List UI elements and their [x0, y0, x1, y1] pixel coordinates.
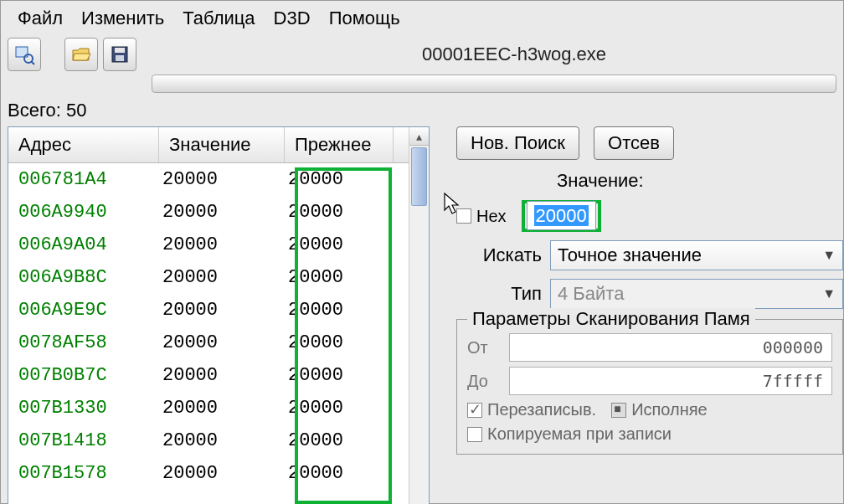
type-label: Тип [456, 283, 550, 305]
highlight-value: 20000 [522, 200, 601, 232]
cell-value: 20000 [159, 463, 285, 484]
col-previous[interactable]: Прежнее [285, 127, 394, 162]
cell-previous: 20000 [285, 430, 394, 451]
to-label: До [467, 372, 509, 391]
table-row[interactable]: 007B14182000020000 [8, 424, 429, 457]
cell-value: 20000 [159, 332, 285, 353]
cell-previous: 20000 [285, 202, 394, 223]
exec-label: Исполняе [631, 400, 708, 419]
svg-rect-5 [116, 55, 124, 61]
value-input[interactable]: 20000 [527, 201, 596, 230]
hex-checkbox[interactable] [456, 208, 471, 224]
table-row[interactable]: 007B13302000020000 [8, 392, 429, 424]
process-title: 00001EEC-h3wog.exe [192, 44, 836, 65]
cell-value: 20000 [159, 365, 285, 386]
col-value[interactable]: Значение [159, 127, 285, 162]
copy-on-write-label: Копируемая при записи [487, 424, 672, 444]
total-count: Всего: 50 [1, 98, 843, 126]
table-row[interactable]: 007B0B7C2000020000 [8, 359, 429, 392]
table-row[interactable]: 006A9A042000020000 [8, 229, 429, 261]
menu-edit[interactable]: Изменить [81, 8, 164, 29]
cell-previous: 20000 [285, 332, 394, 353]
col-address[interactable]: Адрес [8, 127, 159, 162]
cell-address: 006A9940 [8, 202, 159, 223]
copy-on-write-checkbox[interactable] [467, 427, 482, 442]
hex-label: Hex [476, 207, 507, 226]
overwrite-checkbox[interactable] [467, 403, 482, 418]
cell-address: 007B0B7C [8, 365, 159, 386]
search-mode-label: Искать [456, 244, 550, 266]
scroll-thumb[interactable] [411, 147, 427, 206]
from-label: От [467, 338, 509, 357]
table-row[interactable]: 006A99402000020000 [8, 196, 429, 229]
cell-address: 006A9B8C [8, 267, 159, 288]
table-row[interactable]: 006A9B8C2000020000 [8, 261, 429, 294]
cell-address: 0078AF58 [8, 332, 159, 353]
menu-d3d[interactable]: D3D [274, 8, 311, 29]
cell-previous: 20000 [285, 463, 394, 484]
process-picker-button[interactable] [8, 38, 41, 71]
type-combo[interactable]: 4 Байта▼ [550, 279, 843, 309]
cell-value: 20000 [159, 398, 285, 419]
table-row[interactable]: 007B15782000020000 [8, 457, 429, 490]
cell-value: 20000 [159, 202, 285, 223]
scan-params-legend: Параметры Сканирования Памя [467, 308, 755, 330]
cell-value: 20000 [159, 234, 285, 255]
menubar: Файл Изменить Таблица D3D Помощь [1, 1, 843, 34]
cell-value: 20000 [159, 169, 285, 190]
cell-previous: 20000 [285, 267, 394, 288]
cell-previous: 20000 [285, 300, 394, 321]
from-input[interactable]: 000000 [509, 333, 832, 362]
open-button[interactable] [64, 38, 98, 71]
cell-value: 20000 [159, 430, 285, 451]
exec-checkbox[interactable] [611, 403, 626, 418]
scan-params-group: Параметры Сканирования Памя От 000000 До… [456, 319, 843, 455]
cell-address: 006781A4 [8, 169, 159, 190]
scroll-up-icon[interactable]: ▴ [409, 127, 429, 146]
scrollbar[interactable]: ▴ [409, 127, 429, 504]
svg-line-2 [31, 61, 34, 64]
cell-value: 20000 [159, 300, 285, 321]
value-label: Значение: [557, 170, 644, 192]
menu-help[interactable]: Помощь [329, 8, 400, 29]
filter-button[interactable]: Отсев [594, 126, 674, 160]
menu-file[interactable]: Файл [18, 8, 63, 29]
cell-previous: 20000 [285, 365, 394, 386]
table-row[interactable]: 0078AF582000020000 [8, 327, 429, 359]
cell-value: 20000 [159, 267, 285, 288]
new-search-button[interactable]: Нов. Поиск [456, 126, 579, 160]
cell-address: 006A9A04 [8, 234, 159, 255]
cell-address: 006A9E9C [8, 300, 159, 321]
cell-address: 007B1330 [8, 398, 159, 419]
svg-rect-4 [115, 48, 125, 53]
cell-address: 007B1578 [8, 463, 159, 484]
chevron-down-icon: ▼ [822, 286, 836, 301]
cell-previous: 20000 [285, 398, 394, 419]
cell-address: 007B1418 [8, 430, 159, 451]
table-row[interactable]: 006A9E9C2000020000 [8, 294, 429, 327]
search-mode-combo[interactable]: Точное значение▼ [550, 240, 843, 270]
results-table: Адрес Значение Прежнее 006781A4200002000… [8, 126, 430, 504]
chevron-down-icon: ▼ [822, 248, 836, 263]
to-input[interactable]: 7fffff [509, 367, 832, 395]
table-row[interactable]: 006781A42000020000 [8, 163, 429, 196]
cell-previous: 20000 [285, 169, 394, 190]
overwrite-label: Перезаписыв. [487, 400, 596, 419]
cell-previous: 20000 [285, 234, 394, 255]
save-button[interactable] [103, 38, 136, 71]
menu-table[interactable]: Таблица [183, 8, 255, 29]
progress-bar [152, 75, 836, 93]
